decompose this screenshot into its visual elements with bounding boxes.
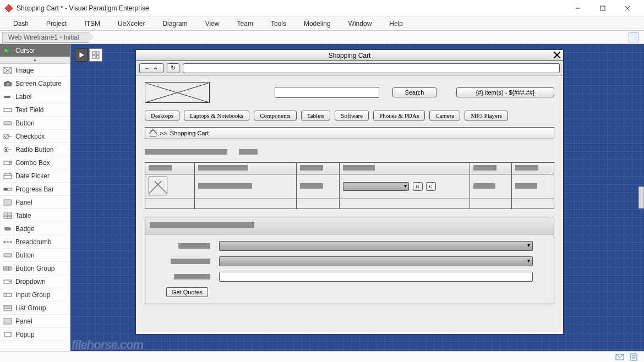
quantity-combo[interactable] <box>343 182 409 191</box>
svg-rect-53 <box>96 52 99 54</box>
canvas-states-button[interactable] <box>75 48 88 62</box>
model-placeholder <box>300 183 323 189</box>
palette-dropdown[interactable]: Dropdown <box>0 275 70 288</box>
minimize-button[interactable] <box>565 1 590 16</box>
logo-placeholder[interactable] <box>145 82 210 103</box>
palette-progressbar[interactable]: Progress Bar <box>0 183 70 196</box>
svg-point-18 <box>5 149 7 151</box>
palette-panel[interactable]: Panel <box>0 196 70 209</box>
url-bar[interactable] <box>183 63 560 73</box>
wireframe-title: Shopping Cart <box>329 52 371 59</box>
button-icon <box>3 252 12 259</box>
palette-combobox[interactable]: Combo Box <box>0 156 70 169</box>
cat-mp3[interactable]: MP3 Players <box>465 111 508 120</box>
palette-button-group[interactable]: Button Group <box>0 262 70 275</box>
app-logo-icon <box>4 4 13 13</box>
svg-rect-41 <box>9 267 12 270</box>
region-combo[interactable] <box>219 256 533 266</box>
menu-dash[interactable]: Dash <box>4 19 37 29</box>
textfield-icon <box>3 107 12 113</box>
palette-breadcrumb[interactable]: Breadcrumb <box>0 235 70 249</box>
wireframe-breadcrumb[interactable]: >> Shopping Cart <box>145 127 554 139</box>
menu-itsm[interactable]: ITSM <box>75 19 109 29</box>
get-quotes-button[interactable]: Get Quotes <box>166 287 208 297</box>
palette-checkbox[interactable]: Checkbox <box>0 130 70 143</box>
badge-icon <box>3 226 12 232</box>
palette-popup[interactable]: Popup <box>0 328 70 341</box>
wireframe-body: Search {#} item(s) - ${###.##} Desktops … <box>136 75 563 334</box>
calendar-icon <box>3 173 12 179</box>
palette-datepicker[interactable]: Date Picker <box>0 169 70 183</box>
unit-price-placeholder <box>473 183 495 189</box>
svg-marker-0 <box>5 4 13 12</box>
menu-view[interactable]: View <box>197 19 228 29</box>
palette-text-field[interactable]: Text Field <box>0 103 70 117</box>
palette-panel2[interactable]: Panel <box>0 315 70 328</box>
th-6 <box>512 163 554 174</box>
menu-tools[interactable]: Tools <box>262 19 295 29</box>
menu-help[interactable]: Help <box>380 19 412 29</box>
product-image[interactable] <box>149 177 167 195</box>
image-icon <box>3 67 12 74</box>
clear-button[interactable]: C <box>426 182 436 191</box>
menu-project[interactable]: Project <box>37 19 75 29</box>
canvas-toolbar <box>75 48 102 62</box>
menu-window[interactable]: Window <box>340 19 381 29</box>
wireframe-window[interactable]: Shopping Cart ←→ ↻ Search {#} item(s) - … <box>135 50 564 334</box>
palette-image[interactable]: Image <box>0 64 70 77</box>
palette-button2[interactable]: Button <box>0 249 70 262</box>
palette-list-group[interactable]: List Group <box>0 301 70 315</box>
palette-collapse[interactable]: ▲ <box>0 57 70 64</box>
nav-reload[interactable]: ↻ <box>167 63 179 73</box>
palette-button[interactable]: Button <box>0 117 70 130</box>
checkbox-icon <box>3 133 12 140</box>
wireframe-browser-bar: ←→ ↻ <box>136 61 563 75</box>
right-panel-handle[interactable] <box>638 187 644 209</box>
country-combo[interactable] <box>219 241 533 251</box>
refresh-button[interactable]: R <box>413 182 423 191</box>
palette-label[interactable]: Label <box>0 90 70 103</box>
menu-uexceler[interactable]: UeXceler <box>109 19 154 29</box>
cat-camera[interactable]: Camera <box>429 111 460 120</box>
cat-desktops[interactable]: Desktops <box>145 111 179 120</box>
breadcrumb-row: Web Wireframe1 - Initial <box>0 31 644 44</box>
product-name-placeholder <box>198 183 252 189</box>
wireframe-close-icon[interactable] <box>553 51 561 59</box>
menu-modeling[interactable]: Modeling <box>295 19 340 29</box>
palette-input-group[interactable]: Input Group <box>0 288 70 301</box>
svg-marker-22 <box>10 162 11 164</box>
palette-badge[interactable]: Badge <box>0 222 70 235</box>
cat-software[interactable]: Software <box>335 111 369 120</box>
cat-laptops[interactable]: Laptops & Notebooks <box>184 111 249 120</box>
canvas[interactable]: Shopping Cart ←→ ↻ Search {#} item(s) - … <box>70 44 644 351</box>
cart-table: R C <box>145 162 554 209</box>
quote-panel-header <box>145 217 554 234</box>
mail-icon[interactable] <box>615 353 624 361</box>
palette-table[interactable]: Table <box>0 209 70 222</box>
menu-team[interactable]: Team <box>228 19 262 29</box>
maximize-button[interactable] <box>590 1 615 16</box>
svg-rect-50 <box>4 332 11 337</box>
nav-back-forward[interactable]: ←→ <box>139 63 163 73</box>
palette-cursor[interactable]: Cursor <box>0 44 70 57</box>
breadcrumb-chip[interactable]: Web Wireframe1 - Initial <box>2 32 89 43</box>
palette-screen-capture[interactable]: Screen Capture <box>0 77 70 90</box>
cat-phones[interactable]: Phones & PDAs <box>373 111 425 120</box>
postcode-input[interactable] <box>219 272 533 282</box>
cat-tablets[interactable]: Tablets <box>301 111 331 120</box>
close-button[interactable] <box>615 1 640 16</box>
svg-marker-43 <box>9 281 11 283</box>
tool-palette: Cursor ▲ Image Screen Capture Label Text… <box>0 44 70 351</box>
svg-rect-23 <box>4 174 12 179</box>
cat-components[interactable]: Components <box>254 111 297 120</box>
menu-diagram[interactable]: Diagram <box>154 19 196 29</box>
search-input[interactable] <box>275 87 379 98</box>
svg-rect-34 <box>4 227 11 231</box>
note-icon[interactable] <box>630 353 638 361</box>
search-button[interactable]: Search <box>392 87 436 97</box>
canvas-layout-button[interactable] <box>89 48 102 62</box>
cart-summary-button[interactable]: {#} item(s) - ${###.##} <box>456 87 554 97</box>
palette-radio[interactable]: Radio Button <box>0 143 70 156</box>
show-diagrams-icon[interactable] <box>629 32 638 42</box>
progress-icon <box>3 186 12 193</box>
